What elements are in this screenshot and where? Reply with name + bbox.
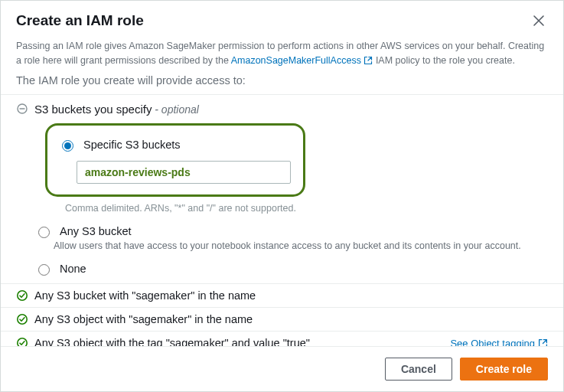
s3-options: Specific S3 buckets Comma delimited. ARN… <box>16 123 548 276</box>
svg-point-3 <box>18 338 27 346</box>
external-link-icon <box>538 338 548 347</box>
radio-any-s3-bucket[interactable] <box>38 227 50 238</box>
specific-buckets-highlight: Specific S3 buckets <box>45 123 305 197</box>
modal-header: Create an IAM role <box>1 1 563 38</box>
radio-none-label: None <box>60 263 86 275</box>
modal-body: Passing an IAM role gives Amazon SageMak… <box>1 38 563 346</box>
radio-row-any: Any S3 bucket <box>34 224 548 238</box>
collapse-minus-icon <box>16 103 28 115</box>
modal-footer: Cancel Create role <box>1 346 563 391</box>
permissions-list: Any S3 bucket with "sagemaker" in the na… <box>1 283 563 346</box>
s3-section-title-main: S3 buckets you specify <box>34 103 152 116</box>
permission-text: Any S3 bucket with "sagemaker" in the na… <box>34 289 256 302</box>
s3-section-title: S3 buckets you specify - optional <box>34 103 199 116</box>
specific-s3-hint: Comma delimited. ARNs, "*" and "/" are n… <box>65 203 548 214</box>
cancel-button[interactable]: Cancel <box>385 358 452 381</box>
section-collapse-toggle[interactable] <box>16 103 28 115</box>
divider <box>1 94 563 95</box>
radio-any-desc: Allow users that have access to your not… <box>54 240 548 253</box>
radio-specific-s3-buckets[interactable] <box>62 140 73 152</box>
intro-suffix: IAM policy to the role you create. <box>376 55 515 66</box>
permission-text: Any S3 object with "sagemaker" in the na… <box>34 313 253 325</box>
radio-any-label: Any S3 bucket <box>60 225 132 237</box>
close-button[interactable] <box>530 11 548 30</box>
link-text: See Object tagging <box>450 338 535 347</box>
modal-title: Create an IAM role <box>16 12 144 29</box>
policy-link-text: AmazonSageMakerFullAccess <box>231 55 361 66</box>
permission-text: Any S3 object with the tag "sagemaker" a… <box>34 337 310 346</box>
intro-paragraph: Passing an IAM role gives Amazon SageMak… <box>16 39 548 68</box>
radio-none[interactable] <box>38 264 50 276</box>
specific-s3-bucket-input[interactable] <box>77 161 291 184</box>
check-circle-icon <box>16 313 28 325</box>
close-icon <box>533 15 545 27</box>
s3-section-title-optional: - optional <box>152 103 198 116</box>
check-circle-icon <box>16 337 28 346</box>
permission-row: Any S3 object with "sagemaker" in the na… <box>1 307 563 331</box>
object-tagging-link[interactable]: See Object tagging <box>450 338 548 347</box>
radio-specific-label: Specific S3 buckets <box>83 139 181 151</box>
check-circle-icon <box>16 289 28 302</box>
create-role-button[interactable]: Create role <box>460 358 548 381</box>
s3-section-header: S3 buckets you specify - optional <box>16 103 548 116</box>
policy-link[interactable]: AmazonSageMakerFullAccess <box>231 55 373 66</box>
permission-row: Any S3 object with the tag "sagemaker" a… <box>1 331 563 346</box>
external-link-icon <box>364 56 373 65</box>
permission-row: Any S3 bucket with "sagemaker" in the na… <box>1 283 563 307</box>
access-intro: The IAM role you create will provide acc… <box>16 74 548 87</box>
create-iam-role-modal: Create an IAM role Passing an IAM role g… <box>0 0 564 392</box>
radio-row-none: None <box>34 262 548 276</box>
radio-row-specific: Specific S3 buckets <box>58 138 292 152</box>
